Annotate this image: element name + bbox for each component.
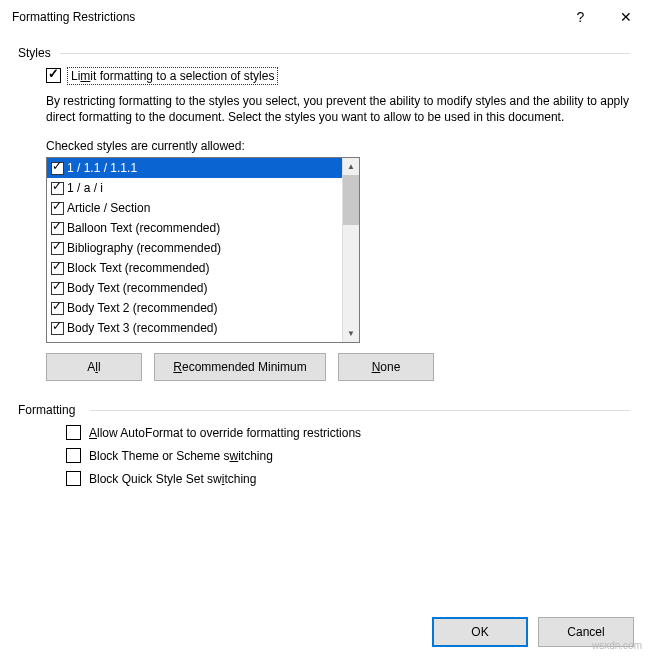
formatting-checkbox[interactable] [66, 448, 81, 463]
style-item-checkbox[interactable] [51, 322, 64, 335]
description-text: By restricting formatting to the styles … [18, 93, 630, 125]
style-item-label: Bibliography (recommended) [67, 241, 221, 255]
style-item-label: Body Text 3 (recommended) [67, 321, 218, 335]
style-list-item[interactable]: Body Text 3 (recommended) [47, 318, 342, 338]
group-styles-label: Styles [18, 46, 630, 60]
formatting-check-row[interactable]: Allow AutoFormat to override formatting … [66, 425, 630, 440]
limit-formatting-row[interactable]: Limit formatting to a selection of style… [46, 68, 630, 83]
style-list-item[interactable]: 1 / a / i [47, 178, 342, 198]
formatting-check-row[interactable]: Block Theme or Scheme switching [66, 448, 630, 463]
scrollbar[interactable]: ▲ ▼ [342, 158, 359, 342]
scroll-up-button[interactable]: ▲ [343, 158, 359, 175]
style-item-checkbox[interactable] [51, 282, 64, 295]
style-list-item[interactable]: Balloon Text (recommended) [47, 218, 342, 238]
scroll-thumb[interactable] [343, 175, 359, 225]
recommended-minimum-button[interactable]: Recommended Minimum [154, 353, 326, 381]
style-list-item[interactable]: Article / Section [47, 198, 342, 218]
help-button[interactable]: ? [558, 2, 603, 32]
watermark: wsxdn.com [592, 640, 642, 651]
formatting-check-label: Block Quick Style Set switching [89, 472, 256, 486]
style-item-label: Article / Section [67, 201, 150, 215]
style-item-checkbox[interactable] [51, 182, 64, 195]
list-label: Checked styles are currently allowed: [18, 139, 630, 153]
style-item-checkbox[interactable] [51, 302, 64, 315]
limit-formatting-checkbox[interactable] [46, 68, 61, 83]
style-item-checkbox[interactable] [51, 162, 64, 175]
style-item-label: Body Text (recommended) [67, 281, 208, 295]
formatting-checkbox[interactable] [66, 425, 81, 440]
scroll-down-button[interactable]: ▼ [343, 325, 359, 342]
styles-listbox[interactable]: 1 / 1.1 / 1.1.11 / a / iArticle / Sectio… [46, 157, 360, 343]
style-item-label: Body Text 2 (recommended) [67, 301, 218, 315]
style-item-label: 1 / a / i [67, 181, 103, 195]
style-item-label: Balloon Text (recommended) [67, 221, 220, 235]
dialog-title: Formatting Restrictions [12, 10, 558, 24]
formatting-check-label: Block Theme or Scheme switching [89, 449, 273, 463]
formatting-check-row[interactable]: Block Quick Style Set switching [66, 471, 630, 486]
all-button[interactable]: All [46, 353, 142, 381]
style-item-label: Block Text (recommended) [67, 261, 210, 275]
title-bar: Formatting Restrictions ? ✕ [0, 0, 648, 34]
group-formatting-label: Formatting [18, 403, 630, 417]
ok-button[interactable]: OK [432, 617, 528, 647]
style-item-checkbox[interactable] [51, 202, 64, 215]
style-item-checkbox[interactable] [51, 242, 64, 255]
style-list-item[interactable]: 1 / 1.1 / 1.1.1 [47, 158, 342, 178]
close-button[interactable]: ✕ [603, 2, 648, 32]
style-list-item[interactable]: Body Text (recommended) [47, 278, 342, 298]
style-item-checkbox[interactable] [51, 262, 64, 275]
style-list-item[interactable]: Body Text 2 (recommended) [47, 298, 342, 318]
selection-buttons: All Recommended Minimum None [46, 353, 630, 381]
formatting-check-label: Allow AutoFormat to override formatting … [89, 426, 361, 440]
formatting-checkbox[interactable] [66, 471, 81, 486]
limit-formatting-label: Limit formatting to a selection of style… [69, 69, 276, 83]
style-list-item[interactable]: Bibliography (recommended) [47, 238, 342, 258]
style-list-item[interactable]: Block Text (recommended) [47, 258, 342, 278]
none-button[interactable]: None [338, 353, 434, 381]
style-item-label: 1 / 1.1 / 1.1.1 [67, 161, 137, 175]
style-item-checkbox[interactable] [51, 222, 64, 235]
formatting-section: Formatting Allow AutoFormat to override … [18, 403, 630, 486]
dialog-content: Styles Limit formatting to a selection o… [0, 34, 648, 500]
